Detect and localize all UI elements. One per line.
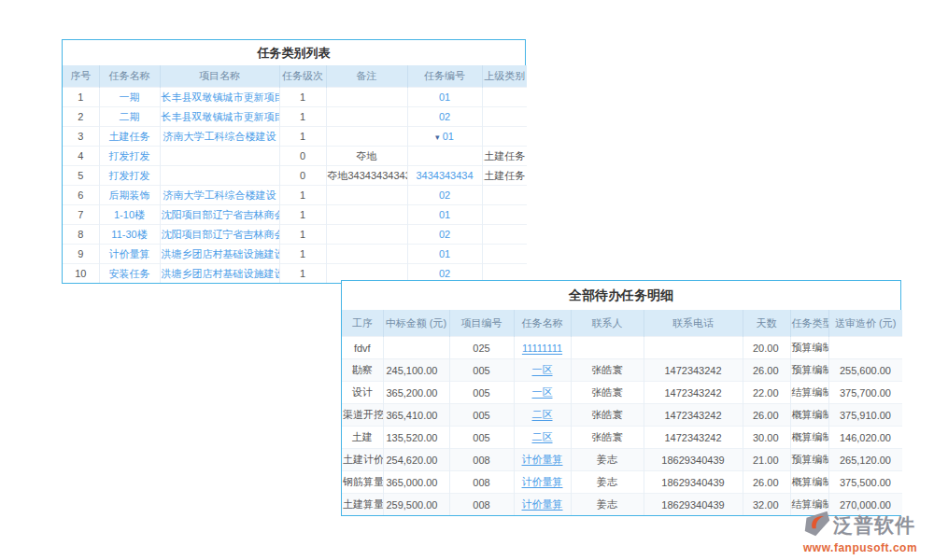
task-name-cell-text[interactable]: 11111111 xyxy=(522,343,562,354)
project-code-cell-text: 005 xyxy=(473,365,489,376)
task-name-cell[interactable]: 计价量算 xyxy=(514,494,571,516)
project-name-cell-text[interactable]: 济南大学工科综合楼建设 xyxy=(163,189,276,201)
task-code-cell-text[interactable]: 01 xyxy=(439,209,450,220)
contact-cell: 张皓寰 xyxy=(571,404,644,427)
task-name-cell[interactable]: 二区 xyxy=(514,404,571,427)
note-cell xyxy=(326,186,407,205)
task-name-cell-text[interactable]: 11-30楼 xyxy=(111,229,147,240)
task-code-cell-text[interactable]: 01 xyxy=(443,131,454,142)
task-name-cell[interactable]: 计价量算 xyxy=(99,245,160,264)
phone-cell-text: 18629340439 xyxy=(661,455,724,466)
task-code-cell-text[interactable]: 02 xyxy=(439,268,450,279)
task-name-cell[interactable]: 一期 xyxy=(99,88,160,107)
task-code-cell[interactable]: 01 xyxy=(407,245,482,264)
task-name-cell-text[interactable]: 打发打发 xyxy=(109,170,150,181)
task-code-cell-text[interactable]: 3434343434 xyxy=(416,170,473,181)
task-name-cell[interactable]: 安装任务 xyxy=(99,264,160,284)
task-level-cell-text: 1 xyxy=(300,268,305,279)
project-name-cell[interactable]: 济南大学工科综合楼建设 xyxy=(160,186,279,205)
task-name-cell[interactable]: 计价量算 xyxy=(514,471,571,494)
process-cell: fdvf xyxy=(342,337,383,359)
project-name-cell[interactable]: 长丰县双墩镇城市更新项目紫桐苑安置点 xyxy=(160,107,279,127)
task-name-cell-text[interactable]: 计价量算 xyxy=(522,498,563,510)
note-cell xyxy=(326,245,407,264)
task-name-cell-text[interactable]: 计价量算 xyxy=(522,476,563,487)
dropdown-arrow-icon[interactable]: ▾ xyxy=(435,133,440,142)
task-level-cell-text: 1 xyxy=(300,111,305,122)
seq-cell: 1 xyxy=(63,88,99,107)
logo[interactable]: 泛普软件 www.fanpusoft.com xyxy=(803,510,932,553)
task-name-cell[interactable]: 打发打发 xyxy=(99,166,160,186)
task-name-cell-text[interactable]: 打发打发 xyxy=(109,150,150,161)
project-name-cell-text[interactable]: 沈阳项目部辽宁省吉林商会总部大厦项目 xyxy=(162,229,280,240)
task-name-cell-text[interactable]: 一期 xyxy=(120,91,140,103)
task-name-cell[interactable]: 土建任务 xyxy=(99,127,160,147)
project-name-cell-text[interactable]: 洪塘乡团店村基础设施建设工程 xyxy=(162,248,280,259)
task-code-cell[interactable]: 3434343434 xyxy=(407,166,482,186)
task-level-cell-text: 0 xyxy=(300,170,305,181)
project-name-cell-text[interactable]: 长丰县双墩镇城市更新项目紫桐苑安置点 xyxy=(162,91,280,103)
review-price-cell: 375,500.00 xyxy=(828,471,902,494)
process-cell-text: 土建 xyxy=(352,431,373,442)
task-name-cell-text[interactable]: 安装任务 xyxy=(109,268,150,279)
task-name-cell-text[interactable]: 一区 xyxy=(532,386,553,398)
task-name-cell-text[interactable]: 二区 xyxy=(532,431,553,442)
task-name-cell-text[interactable]: 后期装饰 xyxy=(109,189,150,201)
task-code-cell[interactable]: 02 xyxy=(407,225,482,245)
task-name-cell[interactable]: 计价量算 xyxy=(514,449,571,471)
project-name-cell[interactable]: 济南大学工科综合楼建设 xyxy=(160,127,279,147)
days-cell-text: 26.00 xyxy=(753,477,779,488)
task-name-cell-text[interactable]: 二区 xyxy=(532,409,553,420)
project-name-cell-text[interactable]: 沈阳项目部辽宁省吉林商会总部大厦项目 xyxy=(162,209,280,220)
task-code-cell[interactable]: 01 xyxy=(407,205,482,225)
contact-cell-text: 张皓寰 xyxy=(592,364,623,375)
todo-detail-table: 工序中标金额 (元)项目编号任务名称联系人联系电话天数任务类型送审造价 (元) … xyxy=(342,310,902,515)
task-name-cell-text[interactable]: 计价量算 xyxy=(109,248,150,259)
task-name-cell-text[interactable]: 1-10楼 xyxy=(114,209,145,220)
task-code-cell-text[interactable]: 02 xyxy=(439,111,450,122)
task-code-cell[interactable]: ▾01 xyxy=(407,127,482,147)
task-name-cell[interactable]: 11-30楼 xyxy=(99,225,160,245)
project-name-cell-text[interactable]: 济南大学工科综合楼建设 xyxy=(163,131,276,142)
task-code-cell-text[interactable]: 01 xyxy=(439,248,450,259)
project-name-cell[interactable]: 沈阳项目部辽宁省吉林商会总部大厦项目 xyxy=(160,225,279,245)
task-name-cell[interactable]: 后期装饰 xyxy=(99,186,160,205)
project-name-cell-text[interactable]: 长丰县双墩镇城市更新项目紫桐苑安置点 xyxy=(162,111,280,122)
table-row: 设计365,200.00005一区张皓寰147234324222.00结算编制3… xyxy=(342,382,902,404)
project-name-cell[interactable]: 沈阳项目部辽宁省吉林商会总部大厦项目 xyxy=(160,205,279,225)
project-name-cell[interactable]: 洪塘乡团店村基础设施建设工程 xyxy=(160,264,279,284)
task-code-cell-text[interactable]: 02 xyxy=(439,189,450,201)
days-cell-text: 26.00 xyxy=(753,410,779,421)
task-level-cell-text: 1 xyxy=(300,189,305,201)
task-name-cell-text[interactable]: 二期 xyxy=(120,111,140,122)
task-name-cell[interactable]: 一区 xyxy=(514,359,571,382)
task-type-cell-text: 预算编制 xyxy=(792,342,829,353)
task-name-cell[interactable]: 二区 xyxy=(514,427,571,449)
contact-cell-text: 张皓寰 xyxy=(592,386,623,398)
project-name-cell[interactable]: 洪塘乡团店村基础设施建设工程 xyxy=(160,245,279,264)
task-code-cell[interactable]: 02 xyxy=(407,107,482,127)
task-code-cell[interactable]: 01 xyxy=(407,88,482,107)
logo-brand-text: 泛普软件 xyxy=(833,515,915,536)
table-row: 811-30楼沈阳项目部辽宁省吉林商会总部大厦项目102 xyxy=(63,225,527,245)
task-name-cell[interactable]: 二期 xyxy=(99,107,160,127)
project-code-cell: 008 xyxy=(449,494,514,516)
task-name-cell[interactable]: 1-10楼 xyxy=(99,205,160,225)
seq-cell: 2 xyxy=(63,107,99,127)
task-code-cell-text[interactable]: 01 xyxy=(439,91,450,103)
task-name-cell-text[interactable]: 土建任务 xyxy=(109,131,150,142)
task-name-cell[interactable]: 11111111 xyxy=(514,337,571,359)
column-header: 序号 xyxy=(63,65,99,88)
contact-cell-text: 姜志 xyxy=(597,476,617,487)
task-code-cell-text[interactable]: 02 xyxy=(439,229,450,240)
task-code-cell[interactable]: 02 xyxy=(407,186,482,205)
project-name-cell-text[interactable]: 洪塘乡团店村基础设施建设工程 xyxy=(162,268,280,279)
task-name-cell-text[interactable]: 一区 xyxy=(532,364,553,375)
project-name-cell[interactable]: 长丰县双墩镇城市更新项目紫桐苑安置点 xyxy=(160,88,279,107)
task-name-cell-text[interactable]: 计价量算 xyxy=(522,454,563,465)
task-type-cell-text: 概算编制 xyxy=(792,431,829,442)
task-name-cell[interactable]: 一区 xyxy=(514,382,571,404)
column-header: 任务级次 xyxy=(279,65,326,88)
task-name-cell[interactable]: 打发打发 xyxy=(99,147,160,166)
logo-website-text[interactable]: www.fanpusoft.com xyxy=(803,542,932,554)
